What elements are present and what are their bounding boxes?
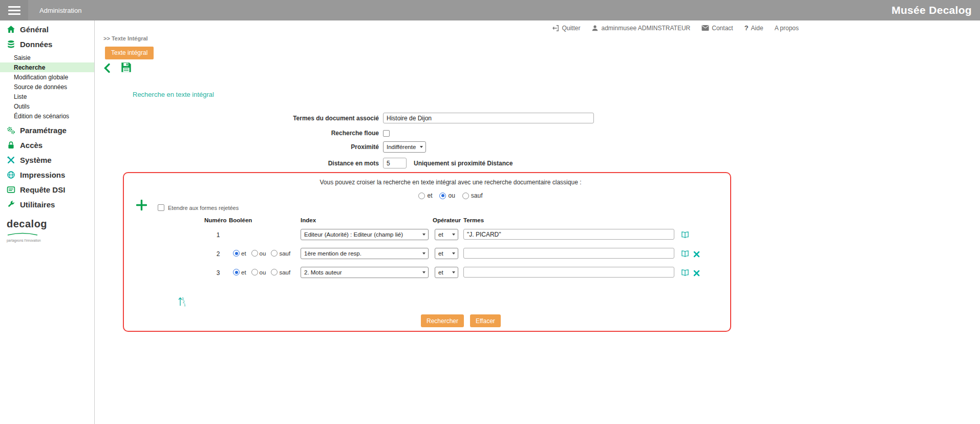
sidebar-item-systeme[interactable]: Système [0, 153, 94, 167]
sidebar-item-requete-dsi[interactable]: Requête DSI [0, 182, 94, 197]
sidebar-item-label: Requête DSI [20, 185, 65, 194]
radio-sauf[interactable] [271, 250, 278, 257]
gears-icon [7, 126, 15, 135]
termes-input-1[interactable] [463, 229, 674, 240]
header-links: Quitter adminmusee ADMINSTRATEUR Contact… [552, 24, 799, 32]
question-mark-icon: ? [744, 24, 749, 32]
column-header-operateur: Opérateur [433, 217, 461, 223]
index-browse-button-2[interactable] [681, 250, 689, 260]
index-select-3[interactable]: 2. Mots auteur [301, 267, 429, 278]
lock-icon [7, 141, 15, 150]
row-boolean-group: et ou sauf [233, 250, 290, 257]
operator-select-3[interactable]: et [435, 267, 458, 278]
rechercher-button[interactable]: Rechercher [421, 314, 464, 327]
delete-row-button-3[interactable] [693, 269, 700, 279]
tab-texte-integral[interactable]: Texte intégral [105, 47, 154, 59]
back-button[interactable] [102, 63, 113, 75]
sidebar-item-parametrage[interactable]: Paramétrage [0, 123, 94, 138]
sidebar-item-edition-scenarios[interactable]: Édition de scénarios [0, 111, 94, 121]
operator-select-1[interactable]: et [435, 229, 458, 240]
sidebar-item-general[interactable]: Général [0, 22, 94, 37]
save-button[interactable] [121, 62, 132, 75]
sidebar-item-label: Utilitaires [20, 200, 55, 209]
delete-row-button-2[interactable] [693, 250, 700, 260]
radio-ou[interactable] [439, 193, 446, 199]
cross-search-intro: Vous pouvez croiser la recherche en text… [171, 179, 730, 186]
operator-select-wrap: et [435, 248, 458, 259]
index-select-wrap: Editeur (Autorité) : Editeur (champ lié) [301, 229, 429, 240]
termes-input-3[interactable] [463, 267, 674, 278]
termes-document-input[interactable] [383, 113, 594, 123]
radio-et[interactable] [418, 193, 425, 199]
list-card-icon [7, 185, 15, 194]
sidebar-item-utilitaires[interactable]: Utilitaires [0, 197, 94, 212]
sidebar-item-acces[interactable]: Accès [0, 138, 94, 153]
svg-text:1: 1 [184, 303, 186, 307]
row-number: 3 [212, 269, 224, 277]
radio-ou[interactable] [251, 269, 258, 275]
radio-et[interactable] [233, 250, 240, 257]
recherche-floue-checkbox[interactable] [383, 130, 390, 137]
database-icon [7, 40, 15, 49]
index-browse-button-1[interactable] [681, 231, 689, 241]
close-icon [693, 251, 700, 258]
contact-link[interactable]: Contact [701, 25, 733, 32]
termes-input-2[interactable] [463, 248, 674, 259]
topbar: Administration Musée Decalog [0, 0, 980, 20]
cross-search-panel: Vous pouvez croiser la recherche en text… [123, 172, 731, 332]
sidebar-item-source-de-donnees[interactable]: Source de données [0, 82, 94, 92]
radio-sauf[interactable] [462, 193, 469, 199]
user-account[interactable]: adminmusee ADMINSTRATEUR [591, 25, 690, 32]
logo-tagline: partageons l'innovation [7, 239, 94, 242]
recherche-floue-label: Recherche floue [225, 130, 379, 137]
user-icon [591, 25, 599, 32]
sidebar-item-outils[interactable]: Outils [0, 101, 94, 111]
sidebar-item-impressions[interactable]: Impressions [0, 167, 94, 182]
hamburger-menu-icon[interactable] [0, 0, 28, 20]
page: Administration Musée Decalog Général Don… [0, 0, 980, 424]
index-select-wrap: 2. Mots auteur [301, 267, 429, 278]
sidebar: Général Données Saisie Recherche Modific… [0, 20, 95, 424]
exit-icon [552, 25, 559, 32]
wrench-icon [7, 200, 15, 209]
sidebar-item-label: Accès [20, 141, 42, 150]
distance-row: Distance en mots Uniquement si proximité… [225, 158, 513, 168]
tools-icon [7, 156, 15, 164]
numeric-sort-icon[interactable]: 321 [177, 295, 187, 309]
sidebar-item-modification-globale[interactable]: Modification globale [0, 72, 94, 82]
radio-ou[interactable] [251, 250, 258, 257]
floppy-disk-icon [121, 62, 132, 73]
global-bool-ou[interactable]: ou [439, 192, 455, 199]
global-bool-sauf[interactable]: sauf [462, 192, 483, 199]
about-link[interactable]: A propos [775, 25, 799, 32]
global-bool-et[interactable]: et [418, 192, 432, 199]
recherche-floue-row: Recherche floue [225, 130, 390, 137]
extend-rejected-checkbox[interactable] [158, 204, 164, 211]
add-criterion-button[interactable] [136, 200, 147, 213]
quit-link[interactable]: Quitter [552, 25, 580, 32]
proximite-select[interactable]: Indifférente [383, 141, 426, 153]
criterion-row: 2 et ou sauf 1ère mention de resp. et [124, 248, 730, 260]
index-select-1[interactable]: Editeur (Autorité) : Editeur (champ lié) [301, 229, 429, 240]
sidebar-item-recherche[interactable]: Recherche [0, 62, 94, 72]
termes-row: Termes du document associé [225, 113, 594, 123]
radio-et[interactable] [233, 269, 240, 275]
extend-rejected-forms: Etendre aux formes rejetées [158, 204, 239, 211]
operator-select-wrap: et [435, 267, 458, 278]
sidebar-item-label: Données [20, 40, 52, 49]
sidebar-item-saisie[interactable]: Saisie [0, 53, 94, 62]
logo-swoosh-icon [7, 232, 38, 236]
effacer-button[interactable]: Effacer [470, 314, 501, 327]
operator-select-2[interactable]: et [435, 248, 458, 259]
index-select-2[interactable]: 1ère mention de resp. [301, 248, 429, 259]
distance-input[interactable] [383, 158, 407, 168]
radio-sauf[interactable] [271, 269, 278, 275]
sidebar-item-liste[interactable]: Liste [0, 92, 94, 101]
index-browse-button-3[interactable] [681, 269, 689, 279]
help-link[interactable]: ? Aide [744, 24, 763, 32]
row-number: 2 [212, 250, 224, 258]
open-book-icon [681, 231, 689, 239]
column-header-numero: Numéro [204, 217, 226, 223]
sidebar-item-donnees[interactable]: Données [0, 37, 94, 52]
app-title: Administration [39, 7, 81, 14]
